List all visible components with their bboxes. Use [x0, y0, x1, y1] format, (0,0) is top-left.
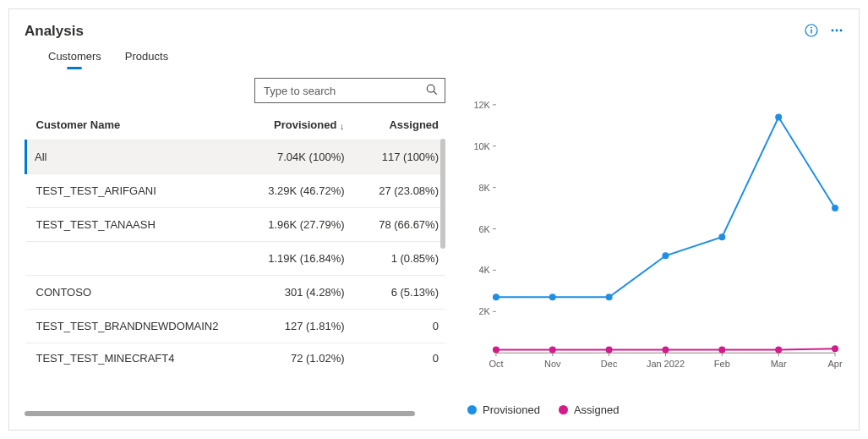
- svg-text:Oct: Oct: [489, 359, 503, 369]
- tabs: Customers Products: [25, 50, 843, 68]
- svg-line-7: [434, 91, 437, 95]
- cell-asg: 1 (0.85%): [352, 242, 445, 276]
- svg-text:6K: 6K: [479, 224, 491, 234]
- svg-point-38: [662, 252, 669, 259]
- right-panel: 2K4K6K8K10K12KOctNovDecJan 2022FebMarApr…: [464, 78, 843, 416]
- svg-point-42: [493, 347, 500, 354]
- cell-asg: 0: [352, 310, 445, 343]
- table-row[interactable]: TEST_TEST_MINECRAFT4 72 (1.02%) 0: [26, 343, 446, 367]
- chart-legend: Provisioned Assigned: [464, 397, 843, 416]
- legend-dot-assigned: [559, 405, 568, 414]
- line-chart: 2K4K6K8K10K12KOctNovDecJan 2022FebMarApr: [464, 78, 843, 397]
- chart-area: 2K4K6K8K10K12KOctNovDecJan 2022FebMarApr: [464, 78, 843, 397]
- svg-text:2K: 2K: [479, 306, 491, 316]
- analysis-card: Analysis Customers Products: [8, 8, 860, 431]
- cell-asg: 117 (100%): [352, 140, 445, 174]
- cell-name: [26, 242, 240, 276]
- cell-prov: 3.29K (46.72%): [240, 174, 352, 208]
- col-header-provisioned[interactable]: Provisioned ↓: [240, 110, 352, 140]
- svg-point-40: [775, 114, 782, 121]
- svg-point-36: [549, 294, 556, 300]
- table-row[interactable]: TEST_TEST_TANAASH 1.96K (27.79%) 78 (66.…: [26, 208, 446, 242]
- svg-text:Apr: Apr: [827, 359, 842, 369]
- legend-label: Assigned: [574, 403, 619, 416]
- svg-point-1: [811, 26, 812, 28]
- horizontal-scrollbar-thumb[interactable]: [25, 411, 415, 416]
- cell-prov: 7.04K (100%): [240, 140, 352, 174]
- table-row[interactable]: 1.19K (16.84%) 1 (0.85%): [26, 242, 446, 276]
- card-title: Analysis: [25, 23, 84, 40]
- cell-prov: 72 (1.02%): [240, 343, 352, 367]
- svg-text:Jan 2022: Jan 2022: [647, 359, 685, 369]
- svg-point-5: [840, 29, 843, 31]
- svg-text:Feb: Feb: [714, 359, 730, 369]
- svg-point-44: [606, 347, 613, 354]
- horizontal-scrollbar-track[interactable]: [25, 411, 445, 416]
- svg-point-35: [493, 294, 500, 300]
- legend-item-provisioned[interactable]: Provisioned: [467, 403, 540, 416]
- cell-name: CONTOSO: [26, 276, 240, 310]
- header-actions: [805, 24, 843, 40]
- cell-name: TEST_TEST_BRANDNEWDOMAIN2: [26, 310, 240, 343]
- svg-text:12K: 12K: [473, 100, 490, 110]
- sort-down-icon: ↓: [340, 121, 345, 131]
- svg-point-45: [662, 347, 669, 354]
- left-panel: Customer Name Provisioned ↓ Assigned All…: [25, 78, 445, 416]
- legend-dot-provisioned: [467, 405, 477, 414]
- svg-text:4K: 4K: [479, 265, 491, 275]
- cell-prov: 127 (1.81%): [240, 310, 352, 343]
- cell-name: All: [26, 140, 240, 174]
- col-header-name[interactable]: Customer Name: [26, 110, 240, 140]
- svg-text:Dec: Dec: [601, 359, 618, 369]
- cell-asg: 6 (5.13%): [352, 276, 445, 310]
- vertical-scrollbar[interactable]: [440, 139, 445, 249]
- tab-products[interactable]: Products: [125, 50, 168, 68]
- customers-table: Customer Name Provisioned ↓ Assigned All…: [25, 110, 445, 366]
- svg-point-4: [836, 29, 838, 31]
- svg-point-39: [718, 233, 725, 240]
- legend-item-assigned[interactable]: Assigned: [559, 403, 619, 416]
- search-box[interactable]: [254, 78, 445, 103]
- svg-rect-2: [811, 29, 811, 33]
- table-scroll: Customer Name Provisioned ↓ Assigned All…: [25, 110, 445, 409]
- table-row-all[interactable]: All 7.04K (100%) 117 (100%): [26, 140, 446, 174]
- table-row[interactable]: TEST_TEST_BRANDNEWDOMAIN2 127 (1.81%) 0: [26, 310, 446, 343]
- cell-asg: 27 (23.08%): [352, 174, 445, 208]
- cell-prov: 1.19K (16.84%): [240, 242, 352, 276]
- card-header: Analysis: [25, 23, 843, 40]
- tab-customers[interactable]: Customers: [48, 50, 101, 68]
- legend-label: Provisioned: [483, 403, 540, 416]
- svg-point-41: [832, 205, 838, 211]
- svg-point-6: [427, 85, 434, 92]
- svg-text:8K: 8K: [479, 183, 491, 193]
- cell-asg: 78 (66.67%): [352, 208, 445, 242]
- svg-point-3: [832, 29, 834, 31]
- svg-point-37: [606, 294, 613, 300]
- table-header-row: Customer Name Provisioned ↓ Assigned: [26, 110, 446, 140]
- col-header-assigned[interactable]: Assigned: [352, 110, 445, 140]
- cell-prov: 301 (4.28%): [240, 276, 352, 310]
- search-input[interactable]: [262, 84, 426, 98]
- cell-prov: 1.96K (27.79%): [240, 208, 352, 242]
- table-row[interactable]: CONTOSO 301 (4.28%) 6 (5.13%): [26, 276, 446, 310]
- svg-point-47: [775, 347, 782, 354]
- svg-text:10K: 10K: [473, 141, 490, 151]
- cell-name: TEST_TEST_TANAASH: [26, 208, 240, 242]
- svg-text:Mar: Mar: [771, 359, 787, 369]
- cell-name: TEST_TEST_ARIFGANI: [26, 174, 240, 208]
- cell-name: TEST_TEST_MINECRAFT4: [26, 343, 240, 367]
- more-icon[interactable]: [830, 24, 843, 40]
- svg-text:Nov: Nov: [544, 359, 561, 369]
- svg-point-46: [718, 347, 725, 354]
- cell-asg: 0: [352, 343, 445, 367]
- svg-point-48: [832, 345, 838, 352]
- table-row[interactable]: TEST_TEST_ARIFGANI 3.29K (46.72%) 27 (23…: [26, 174, 446, 208]
- svg-point-43: [549, 347, 556, 354]
- info-icon[interactable]: [805, 24, 818, 40]
- search-icon[interactable]: [426, 84, 438, 98]
- content: Customer Name Provisioned ↓ Assigned All…: [25, 78, 843, 416]
